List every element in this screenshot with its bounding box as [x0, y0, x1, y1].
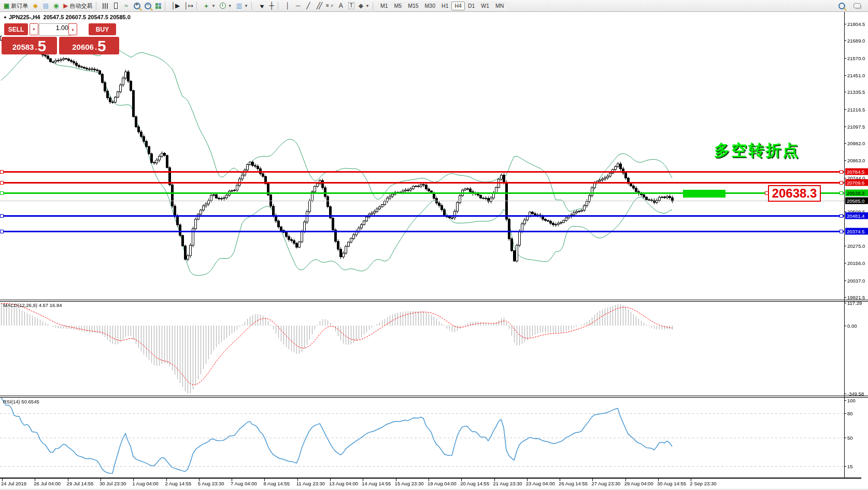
line-handle-marker[interactable]	[839, 181, 843, 185]
toolbar-separator	[278, 2, 280, 10]
zoom-in-button[interactable]: +	[132, 1, 143, 10]
line-handle-marker[interactable]	[0, 191, 4, 195]
highlight-rectangle[interactable]	[683, 190, 725, 198]
dropdown-arrow-icon: ▼	[244, 4, 248, 8]
eraser-button[interactable]: ◆	[30, 1, 40, 10]
auto-scroll-button[interactable]: │▶	[169, 1, 182, 10]
dropdown-arrow-icon: ▼	[211, 4, 216, 8]
price-level-label: 20638.3	[845, 190, 868, 197]
crosshair-tool-button[interactable]: ┼	[266, 1, 277, 10]
time-axis-label: 19 Aug 04:00	[428, 481, 457, 486]
price-axis-label: 21570.0	[847, 55, 865, 61]
time-axis-label: 29 Jul 14:55	[67, 481, 94, 486]
arrows-tool-button[interactable]: ◆▼	[357, 1, 372, 10]
price-axis-label: 21451.0	[847, 72, 865, 78]
timeframe-h1[interactable]: H1	[438, 2, 451, 10]
line-chart-icon: ≈	[124, 3, 128, 9]
new-order-button[interactable]: ▣ 新订单	[2, 1, 30, 10]
timeframe-m15[interactable]: M15	[405, 2, 421, 10]
macd-indicator-label: MACD(12,26,9) 4.67 16.84	[3, 302, 62, 308]
time-axis-label: 2 Sep 23:30	[690, 481, 716, 486]
profile-icon: ▤	[43, 3, 49, 9]
search-button[interactable]	[836, 1, 847, 10]
signal-button[interactable]: ◉	[51, 1, 61, 10]
price-level-label: 20709.6	[845, 179, 868, 186]
line-handle-marker[interactable]	[0, 181, 4, 185]
timeframe-h4[interactable]: H4	[451, 2, 464, 10]
horizontal-level-line[interactable]	[0, 201, 844, 201]
time-axis-label: 14 Aug 14:55	[362, 481, 391, 486]
periods-button[interactable]: ▼	[218, 1, 234, 10]
time-axis-label: 8 Aug 14:55	[263, 481, 290, 486]
channel-tool-button[interactable]: ╱╱	[314, 1, 324, 10]
line-handle-marker[interactable]	[0, 230, 4, 233]
time-axis-label: 5 Aug 23:30	[198, 481, 224, 486]
pane-separator[interactable]	[0, 397, 868, 398]
line-chart-button[interactable]: ≈	[121, 1, 132, 10]
pane-separator[interactable]	[0, 396, 868, 396]
time-axis-label: 24 Jul 2019	[1, 481, 26, 486]
fibonacci-tool-button[interactable]: ≡F	[324, 1, 336, 10]
buy-button[interactable]: BUY	[89, 23, 116, 35]
horizontal-line-tool-button[interactable]: ─	[293, 1, 303, 10]
buy-price-display[interactable]: 20606.5	[59, 37, 119, 54]
price-level-label: 20481.4	[845, 213, 868, 219]
cursor-icon: ▲	[257, 2, 265, 10]
horizontal-level-line[interactable]	[0, 182, 844, 184]
line-handle-marker[interactable]	[839, 170, 843, 174]
volume-increase-button[interactable]: ▲	[68, 23, 77, 35]
timeframe-m5[interactable]: M5	[391, 2, 405, 10]
vertical-line-icon: │	[286, 3, 290, 9]
pane-separator[interactable]	[0, 300, 868, 300]
chart-shift-button[interactable]: │↦	[182, 1, 195, 10]
timeframe-d1[interactable]: D1	[465, 2, 478, 10]
buy-price-frac: 5	[97, 38, 106, 54]
bar-chart-button[interactable]	[101, 1, 111, 10]
trendline-tool-button[interactable]: ╱	[303, 1, 314, 10]
line-handle-marker[interactable]	[839, 191, 843, 195]
timeframe-m1[interactable]: M1	[377, 2, 391, 10]
cursor-tool-button[interactable]: ▲	[256, 1, 266, 10]
auto-trading-button[interactable]: ▶ 自动交易	[61, 1, 94, 10]
vertical-line-tool-button[interactable]: │	[282, 1, 293, 10]
templates-button[interactable]: ▥▼	[234, 1, 250, 10]
chart-canvas[interactable]	[0, 12, 868, 490]
timeframe-w1[interactable]: W1	[478, 2, 492, 10]
line-handle-marker[interactable]	[0, 170, 4, 174]
price-axis-label: 21335.5	[847, 89, 865, 95]
timeframe-mn[interactable]: MN	[492, 2, 507, 10]
tile-windows-button[interactable]	[153, 1, 164, 10]
horizontal-level-line[interactable]	[0, 231, 844, 232]
chart-shift-icon: │↦	[184, 3, 193, 9]
sell-price-frac: 5	[38, 38, 47, 54]
auto-trading-icon: ▶	[63, 3, 68, 9]
horizontal-level-line[interactable]	[0, 215, 844, 217]
sell-button[interactable]: SELL	[4, 23, 28, 35]
zoom-in-icon: +	[134, 3, 140, 9]
volume-input[interactable]: 1.00	[39, 23, 71, 36]
chat-button[interactable]	[851, 1, 863, 10]
text-label-tool-button[interactable]: T	[346, 1, 357, 10]
tile-windows-icon	[155, 3, 161, 9]
time-axis-label: 1 Aug 04:00	[132, 481, 159, 486]
timeframe-m30[interactable]: M30	[422, 2, 438, 10]
price-callout-box[interactable]: 20638.3	[768, 185, 821, 202]
horizontal-level-line[interactable]	[0, 171, 844, 173]
text-tool-button[interactable]: A	[336, 1, 346, 10]
candlestick-chart-button[interactable]	[111, 1, 121, 10]
line-handle-marker[interactable]	[839, 230, 843, 233]
zoom-out-button[interactable]: −	[143, 1, 153, 10]
price-axis-label: 21804.5	[847, 21, 865, 27]
indicators-button[interactable]: ＋▼	[201, 1, 218, 10]
new-order-icon: ▣	[4, 3, 9, 9]
pane-separator[interactable]	[0, 301, 868, 302]
price-axis-label: 20037.0	[847, 277, 865, 283]
sell-price-display[interactable]: 20583.5	[2, 37, 57, 54]
line-handle-marker[interactable]	[0, 214, 4, 218]
line-handle-marker[interactable]	[839, 214, 843, 218]
timeframe-group: M1M5M15M30H1H4D1W1MN	[377, 2, 507, 10]
volume-decrease-button[interactable]: ▼	[30, 23, 38, 35]
profile-button[interactable]: ▤	[40, 1, 51, 10]
arrows-tool-icon: ◆	[359, 3, 363, 9]
buy-price-int: 20606	[72, 40, 94, 54]
